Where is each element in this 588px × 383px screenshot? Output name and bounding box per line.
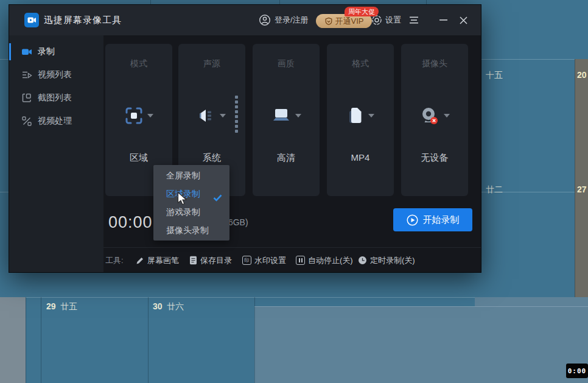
minimize-icon [439, 19, 447, 21]
chevron-down-icon [444, 114, 450, 118]
chevron-down-icon [220, 114, 226, 118]
video-process-icon [21, 116, 32, 127]
play-icon [407, 214, 418, 226]
document-icon [189, 256, 197, 265]
calendar-day-number: 29 [46, 301, 56, 311]
speaker-icon [198, 107, 215, 124]
card-quality: 画质 高清 [253, 44, 320, 196]
menu-item-camera[interactable]: 摄像头录制 [153, 221, 229, 239]
save-directory-button[interactable]: 保存目录 [189, 248, 232, 273]
sidebar-item-label: 视频列表 [38, 69, 72, 80]
tools-label: 工具: [105, 248, 124, 273]
promo-badge: 周年大促 [345, 7, 379, 16]
volume-level-indicator [235, 96, 238, 133]
app-title: 迅捷屏幕录像工具 [44, 5, 122, 35]
active-indicator [9, 43, 11, 60]
clock-icon [358, 256, 367, 265]
calendar-day-number: 27 [577, 184, 587, 194]
titlebar: 迅捷屏幕录像工具 登录/注册 开通VIP 周年大促 [9, 5, 481, 35]
chevron-down-icon [368, 114, 374, 118]
card-value: MP4 [327, 152, 394, 163]
webcam-icon [420, 106, 439, 125]
calendar-day-number: 30 [153, 301, 163, 311]
watermark-icon: 印 [242, 256, 251, 265]
card-value: 高清 [253, 152, 320, 164]
camera-dropdown[interactable] [401, 102, 468, 129]
watermark-settings-button[interactable]: 印 水印设置 [242, 248, 286, 273]
record-icon [21, 46, 32, 57]
calendar-gridline [41, 297, 41, 383]
calendar-gray-column [575, 59, 588, 297]
calendar-gridline [26, 297, 26, 383]
close-button[interactable] [455, 5, 471, 35]
hamburger-menu-icon [410, 16, 419, 24]
sidebar-item-label: 视频处理 [38, 116, 72, 127]
sidebar-item-record[interactable]: 录制 [9, 40, 103, 63]
video-camera-icon [27, 15, 37, 25]
format-dropdown[interactable] [327, 102, 394, 129]
screenshot-list-icon [21, 93, 32, 104]
card-header: 格式 [327, 58, 394, 69]
app-logo-icon [24, 13, 39, 27]
sidebar-item-label: 截图列表 [38, 93, 72, 104]
calendar-gridline [254, 297, 255, 306]
calendar-light-cell [254, 306, 588, 383]
mode-dropdown-menu: 全屏录制 区域录制 游戏录制 摄像头录制 [153, 165, 229, 241]
card-value: 区域 [105, 152, 172, 164]
close-icon [460, 16, 467, 24]
card-header: 摄像头 [401, 58, 468, 69]
vip-label: 开通VIP [335, 16, 364, 27]
card-camera: 摄像头 无设备 [401, 44, 468, 196]
chevron-down-icon [295, 114, 301, 118]
login-button[interactable]: 登录/注册 [259, 5, 309, 35]
tool-label: 屏幕画笔 [147, 255, 179, 266]
main-menu-button[interactable] [406, 5, 422, 35]
active-indicator [9, 66, 11, 83]
calendar-cell-label: 廿二 [486, 184, 503, 195]
card-value: 无设备 [401, 152, 468, 164]
menu-item-fullscreen[interactable]: 全屏录制 [153, 166, 229, 184]
screen-pen-button[interactable]: 屏幕画笔 [136, 248, 179, 273]
card-format: 格式 MP4 [327, 44, 394, 196]
menu-item-region[interactable]: 区域录制 [153, 184, 229, 203]
sidebar-item-video-process[interactable]: 视频处理 [9, 110, 103, 133]
mode-dropdown[interactable] [105, 102, 172, 129]
calendar-day-number: 20 [577, 70, 587, 80]
region-select-icon [125, 107, 143, 125]
tool-label: 自动停止(关) [308, 255, 353, 266]
menu-item-game[interactable]: 游戏录制 [153, 203, 229, 221]
sidebar: 录制 视频列表 [9, 35, 103, 272]
screen-corner-timer: 0:00 [566, 364, 588, 378]
laptop-icon [271, 108, 291, 124]
login-label: 登录/注册 [275, 15, 309, 26]
card-header: 模式 [105, 58, 172, 69]
active-indicator [9, 90, 11, 107]
mouse-cursor [177, 192, 187, 208]
tool-label: 水印设置 [254, 255, 286, 266]
settings-label: 设置 [385, 15, 401, 26]
sidebar-item-video-list[interactable]: 视频列表 [9, 63, 103, 86]
start-record-button[interactable]: 开始录制 [393, 208, 472, 231]
sidebar-item-screenshot-list[interactable]: 截图列表 [9, 86, 103, 110]
auto-stop-button[interactable]: 自动停止(关) [296, 248, 353, 273]
tool-label: 保存目录 [200, 255, 232, 266]
file-icon [347, 107, 364, 125]
calendar-cell-label: 廿五 [60, 301, 77, 312]
card-header: 画质 [253, 58, 320, 69]
quality-dropdown[interactable] [253, 102, 320, 129]
video-list-icon [21, 69, 32, 80]
calendar-gridline [148, 297, 149, 383]
desktop: 十五 20 廿二 27 29 廿五 30 廿六 0:00 迅捷屏幕录像工具 [0, 0, 588, 383]
app-window: 迅捷屏幕录像工具 登录/注册 开通VIP 周年大促 [9, 5, 481, 272]
pause-icon [296, 256, 305, 265]
card-value: 系统 [178, 152, 245, 164]
vip-shield-icon [324, 17, 333, 26]
tools-bar: 工具: 屏幕画笔 保存目录 印 [103, 247, 481, 273]
calendar-cell-label: 十五 [486, 70, 503, 81]
card-header: 声源 [178, 58, 245, 69]
calendar-cell-label: 廿六 [167, 301, 184, 312]
minimize-button[interactable] [435, 5, 451, 35]
scheduled-record-button[interactable]: 定时录制(关) [358, 248, 415, 273]
active-indicator [9, 113, 11, 130]
recording-timer: 00:00: [108, 213, 158, 232]
